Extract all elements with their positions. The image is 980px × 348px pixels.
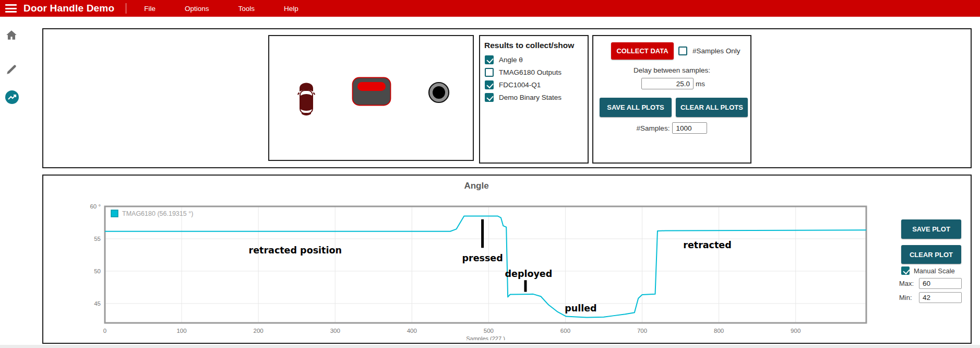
svg-text:600: 600 [560, 328, 570, 334]
svg-text:200: 200 [254, 328, 264, 334]
svg-text:900: 900 [791, 328, 800, 334]
delay-input[interactable] [641, 78, 694, 89]
collection-controls-box: COLLECT DATA #Samples Only Delay between… [592, 35, 751, 164]
manual-scale-label: Manual Scale [914, 267, 955, 275]
svg-text:0: 0 [103, 328, 106, 334]
svg-text:45: 45 [94, 300, 101, 307]
header-divider [126, 3, 126, 14]
svg-text:50: 50 [94, 268, 101, 274]
delay-row: ms [641, 78, 705, 89]
svg-text:TMAG6180 (56.19315 °): TMAG6180 (56.19315 °) [122, 210, 193, 217]
min-input[interactable] [919, 292, 962, 303]
samples-only-label: #Samples Only [692, 47, 740, 55]
svg-text:400: 400 [407, 328, 417, 334]
samples-only-checkbox[interactable] [678, 47, 687, 55]
app-header: Door Handle Demo File Options Tools Help [0, 0, 980, 17]
min-label: Min: [899, 294, 919, 301]
max-input[interactable] [919, 278, 962, 289]
checkbox-label: Demo Binary States [499, 94, 561, 101]
tmag-outputs-checkbox[interactable] [485, 68, 494, 77]
num-samples-input[interactable] [672, 122, 707, 134]
svg-text:60 °: 60 ° [90, 203, 101, 210]
save-plot-button[interactable]: SAVE PLOT [901, 219, 961, 239]
svg-text:300: 300 [330, 328, 340, 334]
car-top-view-icon [294, 77, 318, 117]
checkbox-row-angle: Angle θ [485, 55, 588, 64]
svg-text:100: 100 [176, 328, 186, 334]
checkbox-label: TMAG6180 Outputs [499, 68, 561, 76]
demo-visual-box [268, 35, 474, 161]
edit-pencil-icon[interactable] [5, 63, 18, 76]
svg-text:500: 500 [484, 328, 494, 334]
samples-only-row: #Samples Only [678, 47, 740, 55]
menu-help[interactable]: Help [269, 5, 313, 13]
collect-data-button[interactable]: COLLECT DATA [611, 42, 674, 60]
svg-text:retracted: retracted [683, 240, 731, 250]
checkbox-row-fdc1004: FDC1004-Q1 [485, 80, 588, 89]
angle-plot-panel: Angle 0100200300400500600700800900455055… [42, 175, 972, 344]
angle-chart: 010020030040050060070080090045505560 °Sa… [75, 199, 899, 340]
bottom-strip [0, 345, 980, 348]
svg-text:retracted position: retracted position [249, 245, 342, 256]
fdc1004-checkbox[interactable] [485, 80, 494, 89]
clear-plot-button[interactable]: CLEAR PLOT [901, 245, 961, 264]
checkbox-row-tmag-outputs: TMAG6180 Outputs [485, 68, 588, 77]
clear-all-plots-button[interactable]: CLEAR ALL PLOTS [676, 98, 748, 117]
checkbox-row-demo-binary: Demo Binary States [485, 93, 588, 102]
push-button-icon [428, 82, 450, 103]
demo-binary-checkbox[interactable] [485, 93, 494, 102]
max-row: Max: [899, 278, 962, 289]
angle-checkbox[interactable] [485, 55, 494, 64]
manual-scale-row: Manual Scale [901, 266, 955, 275]
home-icon[interactable] [5, 28, 18, 42]
delay-label: Delay between samples: [593, 66, 750, 74]
hamburger-menu-icon[interactable] [5, 4, 17, 13]
min-row: Min: [899, 292, 962, 303]
plots-trending-icon[interactable] [5, 90, 18, 103]
max-label: Max: [899, 280, 919, 287]
checkbox-label: FDC1004-Q1 [499, 81, 541, 89]
menu-options[interactable]: Options [170, 5, 224, 13]
results-box: Results to collect/show Angle θ TMAG6180… [479, 35, 589, 164]
checkbox-label: Angle θ [499, 56, 523, 64]
num-samples-label: #Samples: [637, 124, 670, 132]
demo-status-panel: Results to collect/show Angle θ TMAG6180… [42, 28, 972, 168]
svg-text:deployed: deployed [505, 269, 552, 279]
delay-unit-label: ms [696, 80, 705, 88]
manual-scale-checkbox[interactable] [901, 266, 910, 275]
chart-title: Angle [43, 181, 910, 191]
svg-text:700: 700 [637, 328, 647, 334]
save-all-plots-button[interactable]: SAVE ALL PLOTS [600, 98, 672, 117]
svg-text:pulled: pulled [565, 303, 596, 314]
svg-text:pressed: pressed [462, 253, 503, 263]
results-title: Results to collect/show [484, 41, 588, 50]
svg-text:55: 55 [94, 236, 101, 242]
svg-text:Samples (227 ): Samples (227 ) [466, 335, 505, 340]
svg-text:800: 800 [714, 328, 724, 334]
menu-tools[interactable]: Tools [224, 5, 270, 13]
num-samples-row: #Samples: [593, 122, 750, 134]
sidebar [0, 17, 22, 348]
door-handle-icon [352, 77, 391, 106]
app-title: Door Handle Demo [23, 3, 114, 14]
menu-file[interactable]: File [129, 5, 170, 13]
